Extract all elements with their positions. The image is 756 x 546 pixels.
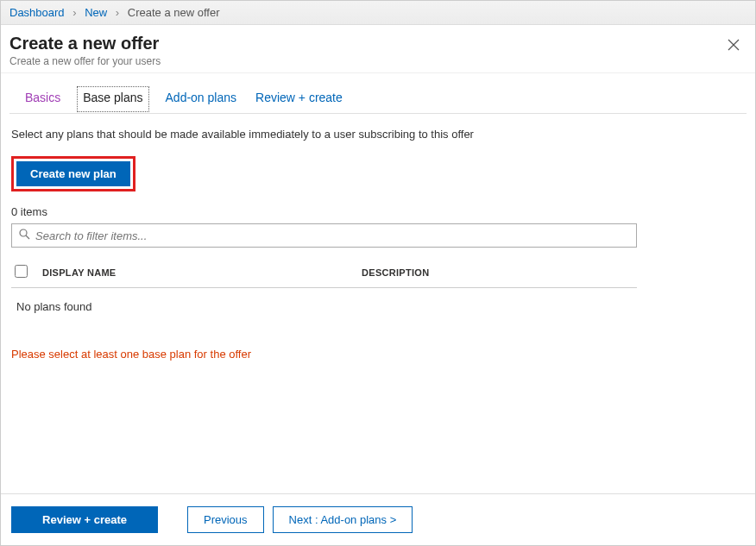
tab-basics[interactable]: Basics xyxy=(22,85,64,113)
page-header: Create a new offer Create a new offer fo… xyxy=(1,25,755,73)
empty-state-message: No plans found xyxy=(11,288,745,325)
select-all-checkbox[interactable] xyxy=(15,265,28,278)
validation-error: Please select at least one base plan for… xyxy=(11,348,745,361)
page-title: Create a new offer xyxy=(9,34,745,53)
tab-base-plans[interactable]: Base plans xyxy=(76,85,149,113)
breadcrumb: Dashboard › New › Create a new offer xyxy=(1,1,755,25)
previous-button[interactable]: Previous xyxy=(187,506,264,533)
highlight-box: Create new plan xyxy=(11,156,135,191)
chevron-right-icon: › xyxy=(72,6,76,19)
svg-point-2 xyxy=(20,229,27,236)
search-input[interactable] xyxy=(35,229,629,242)
breadcrumb-new[interactable]: New xyxy=(85,6,107,19)
instruction-text: Select any plans that should be made ava… xyxy=(11,128,745,141)
review-create-button[interactable]: Review + create xyxy=(11,506,158,533)
create-new-plan-button[interactable]: Create new plan xyxy=(16,161,130,186)
table-header: DISPLAY NAME DESCRIPTION xyxy=(11,258,637,288)
chevron-right-icon: › xyxy=(116,6,119,19)
svg-line-3 xyxy=(26,235,29,239)
item-count-label: 0 items xyxy=(11,205,745,218)
column-display-name[interactable]: DISPLAY NAME xyxy=(42,267,362,278)
breadcrumb-dashboard[interactable]: Dashboard xyxy=(9,6,65,19)
tab-bar: Basics Base plans Add-on plans Review + … xyxy=(9,73,747,114)
search-box[interactable] xyxy=(11,223,637,248)
search-icon xyxy=(19,229,30,242)
close-icon xyxy=(728,39,740,51)
breadcrumb-current: Create a new offer xyxy=(128,6,220,19)
close-button[interactable] xyxy=(724,35,743,58)
main-content: Select any plans that should be made ava… xyxy=(1,114,755,493)
column-description[interactable]: DESCRIPTION xyxy=(362,267,633,278)
footer-bar: Review + create Previous Next : Add-on p… xyxy=(1,493,755,545)
tab-review-create[interactable]: Review + create xyxy=(252,85,346,113)
page-subtitle: Create a new offer for your users xyxy=(9,55,745,67)
tab-addon-plans[interactable]: Add-on plans xyxy=(162,85,241,113)
next-button[interactable]: Next : Add-on plans > xyxy=(273,506,413,533)
